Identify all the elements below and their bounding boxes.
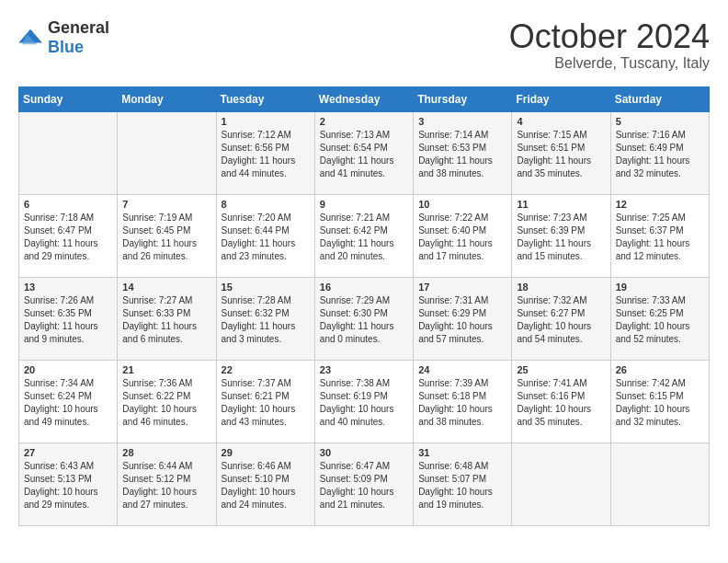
calendar-cell: 1 Sunrise: 7:12 AMSunset: 6:56 PMDayligh… [216, 111, 314, 194]
col-monday: Monday [118, 86, 216, 111]
day-number: 31 [418, 447, 506, 458]
day-number: 5 [616, 116, 704, 127]
day-number: 10 [418, 199, 506, 210]
day-number: 18 [517, 282, 605, 293]
day-number: 6 [24, 199, 112, 210]
calendar-cell: 19 Sunrise: 7:33 AMSunset: 6:25 PMDaylig… [610, 277, 709, 360]
location-title: Belverde, Tuscany, Italy [509, 55, 710, 72]
calendar-cell: 13 Sunrise: 7:26 AMSunset: 6:35 PMDaylig… [19, 277, 118, 360]
calendar-cell: 10 Sunrise: 7:22 AMSunset: 6:40 PMDaylig… [414, 194, 512, 277]
calendar-cell: 3 Sunrise: 7:14 AMSunset: 6:53 PMDayligh… [414, 111, 512, 194]
calendar-cell: 31 Sunrise: 6:48 AMSunset: 5:07 PMDaylig… [414, 442, 512, 525]
day-detail: Sunrise: 7:32 AMSunset: 6:27 PMDaylight:… [517, 295, 591, 344]
calendar-cell: 28 Sunrise: 6:44 AMSunset: 5:12 PMDaylig… [118, 442, 216, 525]
header-row: Sunday Monday Tuesday Wednesday Thursday… [19, 86, 710, 111]
day-number: 24 [418, 364, 506, 375]
day-detail: Sunrise: 7:23 AMSunset: 6:39 PMDaylight:… [517, 213, 591, 261]
day-detail: Sunrise: 6:44 AMSunset: 5:12 PMDaylight:… [122, 461, 197, 510]
day-number: 9 [320, 199, 408, 210]
day-detail: Sunrise: 7:41 AMSunset: 6:16 PMDaylight:… [517, 378, 591, 427]
calendar-cell: 22 Sunrise: 7:37 AMSunset: 6:21 PMDaylig… [216, 360, 314, 442]
calendar-cell: 7 Sunrise: 7:19 AMSunset: 6:45 PMDayligh… [118, 194, 216, 277]
day-number: 23 [320, 364, 408, 375]
day-detail: Sunrise: 7:25 AMSunset: 6:37 PMDaylight:… [616, 213, 690, 261]
header: General Blue October 2024 Belverde, Tusc… [18, 18, 710, 72]
col-tuesday: Tuesday [216, 86, 314, 111]
day-detail: Sunrise: 7:34 AMSunset: 6:24 PMDaylight:… [24, 378, 98, 427]
day-number: 12 [616, 199, 704, 210]
calendar-cell: 2 Sunrise: 7:13 AMSunset: 6:54 PMDayligh… [314, 111, 413, 194]
col-sunday: Sunday [19, 86, 118, 111]
calendar-cell: 18 Sunrise: 7:32 AMSunset: 6:27 PMDaylig… [512, 277, 610, 360]
day-number: 1 [222, 116, 310, 127]
calendar-cell: 24 Sunrise: 7:39 AMSunset: 6:18 PMDaylig… [414, 360, 512, 442]
calendar-cell: 11 Sunrise: 7:23 AMSunset: 6:39 PMDaylig… [512, 194, 610, 277]
day-number: 21 [122, 364, 210, 375]
col-wednesday: Wednesday [314, 86, 413, 111]
day-detail: Sunrise: 7:36 AMSunset: 6:22 PMDaylight:… [122, 378, 197, 427]
day-detail: Sunrise: 7:33 AMSunset: 6:25 PMDaylight:… [616, 295, 690, 344]
day-detail: Sunrise: 7:21 AMSunset: 6:42 PMDaylight:… [320, 213, 394, 261]
day-number: 28 [122, 447, 210, 458]
col-saturday: Saturday [610, 86, 709, 111]
calendar-cell [19, 111, 118, 194]
day-number: 17 [418, 282, 506, 293]
logo-icon [18, 28, 44, 48]
calendar-cell: 26 Sunrise: 7:42 AMSunset: 6:15 PMDaylig… [610, 360, 709, 442]
logo: General Blue [18, 18, 109, 57]
day-number: 29 [222, 447, 310, 458]
logo-blue: Blue [48, 38, 84, 56]
day-detail: Sunrise: 7:20 AMSunset: 6:44 PMDaylight:… [222, 213, 296, 261]
calendar-week-2: 6 Sunrise: 7:18 AMSunset: 6:47 PMDayligh… [19, 194, 710, 277]
day-number: 26 [616, 364, 704, 375]
calendar-cell: 29 Sunrise: 6:46 AMSunset: 5:10 PMDaylig… [216, 442, 314, 525]
calendar-week-5: 27 Sunrise: 6:43 AMSunset: 5:13 PMDaylig… [19, 442, 710, 525]
day-number: 7 [122, 199, 210, 210]
day-detail: Sunrise: 7:38 AMSunset: 6:19 PMDaylight:… [320, 378, 394, 427]
day-detail: Sunrise: 7:14 AMSunset: 6:53 PMDaylight:… [418, 130, 493, 178]
month-title: October 2024 [509, 18, 710, 55]
calendar-cell [610, 442, 709, 525]
day-number: 2 [320, 116, 408, 127]
calendar-cell: 23 Sunrise: 7:38 AMSunset: 6:19 PMDaylig… [314, 360, 413, 442]
calendar-cell: 9 Sunrise: 7:21 AMSunset: 6:42 PMDayligh… [314, 194, 413, 277]
day-number: 8 [222, 199, 310, 210]
day-number: 30 [320, 447, 408, 458]
calendar-week-1: 1 Sunrise: 7:12 AMSunset: 6:56 PMDayligh… [19, 111, 710, 194]
day-number: 27 [24, 447, 112, 458]
day-number: 13 [24, 282, 112, 293]
calendar-cell: 30 Sunrise: 6:47 AMSunset: 5:09 PMDaylig… [314, 442, 413, 525]
logo-text: General Blue [48, 18, 109, 57]
col-thursday: Thursday [414, 86, 512, 111]
day-number: 3 [418, 116, 506, 127]
day-number: 15 [222, 282, 310, 293]
day-number: 19 [616, 282, 704, 293]
day-detail: Sunrise: 7:26 AMSunset: 6:35 PMDaylight:… [24, 295, 98, 344]
day-detail: Sunrise: 7:27 AMSunset: 6:33 PMDaylight:… [122, 295, 197, 344]
calendar-cell: 8 Sunrise: 7:20 AMSunset: 6:44 PMDayligh… [216, 194, 314, 277]
day-detail: Sunrise: 7:12 AMSunset: 6:56 PMDaylight:… [222, 130, 296, 178]
day-detail: Sunrise: 7:37 AMSunset: 6:21 PMDaylight:… [222, 378, 296, 427]
calendar-cell: 5 Sunrise: 7:16 AMSunset: 6:49 PMDayligh… [610, 111, 709, 194]
day-detail: Sunrise: 7:18 AMSunset: 6:47 PMDaylight:… [24, 213, 98, 261]
calendar-cell: 17 Sunrise: 7:31 AMSunset: 6:29 PMDaylig… [414, 277, 512, 360]
calendar-week-3: 13 Sunrise: 7:26 AMSunset: 6:35 PMDaylig… [19, 277, 710, 360]
day-detail: Sunrise: 6:47 AMSunset: 5:09 PMDaylight:… [320, 461, 394, 510]
day-number: 11 [517, 199, 605, 210]
calendar-cell [118, 111, 216, 194]
calendar-table: Sunday Monday Tuesday Wednesday Thursday… [18, 86, 710, 526]
day-detail: Sunrise: 7:19 AMSunset: 6:45 PMDaylight:… [122, 213, 197, 261]
calendar-cell: 15 Sunrise: 7:28 AMSunset: 6:32 PMDaylig… [216, 277, 314, 360]
day-detail: Sunrise: 7:42 AMSunset: 6:15 PMDaylight:… [616, 378, 690, 427]
calendar-cell: 21 Sunrise: 7:36 AMSunset: 6:22 PMDaylig… [118, 360, 216, 442]
day-detail: Sunrise: 6:46 AMSunset: 5:10 PMDaylight:… [222, 461, 296, 510]
calendar-cell: 14 Sunrise: 7:27 AMSunset: 6:33 PMDaylig… [118, 277, 216, 360]
day-detail: Sunrise: 6:48 AMSunset: 5:07 PMDaylight:… [418, 461, 493, 510]
day-detail: Sunrise: 7:29 AMSunset: 6:30 PMDaylight:… [320, 295, 394, 344]
day-detail: Sunrise: 6:43 AMSunset: 5:13 PMDaylight:… [24, 461, 98, 510]
day-number: 16 [320, 282, 408, 293]
calendar-cell: 27 Sunrise: 6:43 AMSunset: 5:13 PMDaylig… [19, 442, 118, 525]
day-number: 20 [24, 364, 112, 375]
calendar-cell [512, 442, 610, 525]
calendar-cell: 6 Sunrise: 7:18 AMSunset: 6:47 PMDayligh… [19, 194, 118, 277]
